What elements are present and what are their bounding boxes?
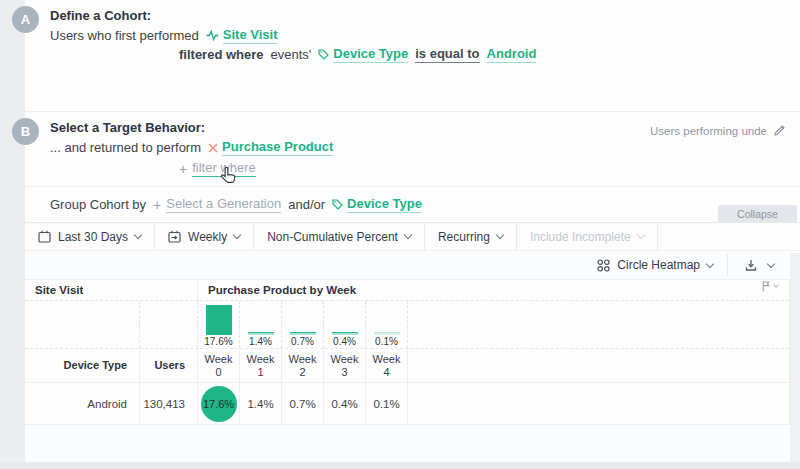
users-cell: 130,413 [140, 383, 198, 424]
calendar-arrow-icon [168, 230, 181, 243]
cohort-event-header: Site Visit [25, 280, 198, 300]
step-a-badge: A [12, 6, 39, 33]
andor-label: and/or [288, 197, 325, 212]
target-event-link[interactable]: Purchase Product [222, 139, 333, 156]
week-header-cell: Week0 [198, 349, 240, 382]
chevron-down-icon [134, 231, 142, 239]
tag-icon [332, 199, 343, 210]
date-range-label: Last 30 Days [58, 230, 128, 244]
pencil-icon [773, 124, 786, 137]
plus-icon: + [153, 197, 161, 213]
week-header-cell: Week3 [324, 349, 366, 382]
plus-icon: + [179, 161, 187, 177]
value-cell: 17.6% [198, 383, 240, 424]
cohort-table: Site Visit Purchase Product by Week 17.6… [25, 279, 790, 425]
bottom-margin-strip [0, 462, 800, 469]
group-cohort-label: Group Cohort by [50, 197, 146, 212]
left-margin-strip [0, 0, 25, 469]
chart-toolbar: Last 30 Days Weekly Non-Cumulative Perce… [25, 222, 800, 251]
events-possessive-label: events' [271, 47, 312, 62]
include-incomplete-label: Include Incomplete [530, 230, 631, 244]
bar-label: 17.6% [204, 335, 232, 348]
bar-cell: 0.4% [324, 301, 366, 348]
recurrence-dropdown[interactable]: Recurring [425, 223, 517, 250]
calendar-icon [38, 230, 51, 243]
value-link[interactable]: Android [487, 46, 537, 63]
metric-label: Non-Cumulative Percent [267, 230, 398, 244]
week-header-cell: Week2 [282, 349, 324, 382]
right-margin-strip [790, 253, 800, 462]
property-link[interactable]: Device Type [333, 46, 408, 63]
date-range-dropdown[interactable]: Last 30 Days [25, 223, 155, 250]
operator-link[interactable]: is equal to [415, 46, 479, 63]
filter-where-link[interactable]: filter where [192, 160, 256, 177]
bar-label: 0.7% [291, 335, 314, 348]
download-button[interactable] [728, 251, 790, 279]
chevron-down-icon [706, 259, 714, 267]
x-icon [208, 143, 218, 153]
bar-cell: 0.7% [282, 301, 324, 348]
filtered-where-label: filtered where [179, 47, 264, 62]
pulse-icon [206, 30, 219, 41]
select-generation-link[interactable]: Select a Generation [166, 196, 281, 213]
chevron-down-icon [636, 231, 644, 239]
cohort-event-link[interactable]: Site Visit [223, 27, 278, 44]
group-property-link[interactable]: Device Type [347, 196, 422, 213]
bar-label: 1.4% [249, 335, 272, 348]
performed-prefix-label: Users who first performed [50, 28, 199, 43]
view-controls-row: Circle Heatmap [25, 251, 790, 279]
collapse-button[interactable]: Collapse [718, 205, 797, 222]
bar-cell: 0.1% [366, 301, 408, 348]
bar-label: 0.4% [333, 335, 356, 348]
step-b-badge: B [12, 118, 39, 145]
users-header: Users [140, 349, 198, 382]
heatmap-circle: 17.6% [201, 386, 237, 422]
bar [374, 332, 400, 335]
view-mode-dropdown[interactable]: Circle Heatmap [583, 251, 727, 279]
status-text: Users performing unde [650, 125, 767, 137]
week-header-row: Device Type Users Week0Week1Week2Week3We… [25, 349, 789, 383]
returned-prefix-label: ... and returned to perform [50, 140, 201, 155]
chevron-down-icon [767, 259, 775, 267]
section-a-title: Define a Cohort: [50, 8, 800, 23]
value-cell: 1.4% [240, 383, 282, 424]
bar-label: 0.1% [375, 335, 398, 348]
bar-chart-row: 17.6%1.4%0.7%0.4%0.1% [25, 301, 789, 349]
annotation-flag-button[interactable] [762, 281, 778, 292]
define-cohort-section: Define a Cohort: Users who first perform… [25, 0, 800, 112]
interval-label: Weekly [188, 230, 227, 244]
recurrence-label: Recurring [438, 230, 490, 244]
bar-cell: 17.6% [198, 301, 240, 348]
device-cell: Android [25, 383, 140, 424]
value-cell: 0.4% [324, 383, 366, 424]
tag-icon [318, 49, 329, 60]
week-header-cell: Week1 [240, 349, 282, 382]
users-performing-status[interactable]: Users performing unde [650, 124, 786, 137]
value-cell: 0.7% [282, 383, 324, 424]
interval-dropdown[interactable]: Weekly [155, 223, 254, 250]
week-header-cell: Week4 [366, 349, 408, 382]
group-cohort-row: Group Cohort by + Select a Generation an… [25, 187, 800, 222]
chevron-down-icon [496, 231, 504, 239]
flag-icon [762, 281, 770, 292]
target-header: Purchase Product by Week [198, 280, 789, 300]
bar-cell: 1.4% [240, 301, 282, 348]
metric-dropdown[interactable]: Non-Cumulative Percent [254, 223, 425, 250]
data-row: Android 130,413 17.6%1.4%0.7%0.4%0.1% [25, 383, 789, 425]
view-mode-label: Circle Heatmap [617, 258, 700, 272]
bar [206, 305, 232, 335]
row-dimension-header: Device Type [25, 349, 140, 382]
table-header-row: Site Visit Purchase Product by Week [25, 280, 789, 301]
circle-grid-icon [597, 259, 610, 272]
chevron-down-icon [773, 282, 779, 288]
chevron-down-icon [233, 231, 241, 239]
include-incomplete-dropdown: Include Incomplete [517, 223, 658, 250]
chevron-down-icon [404, 231, 412, 239]
value-cell: 0.1% [366, 383, 408, 424]
download-icon [744, 258, 758, 272]
